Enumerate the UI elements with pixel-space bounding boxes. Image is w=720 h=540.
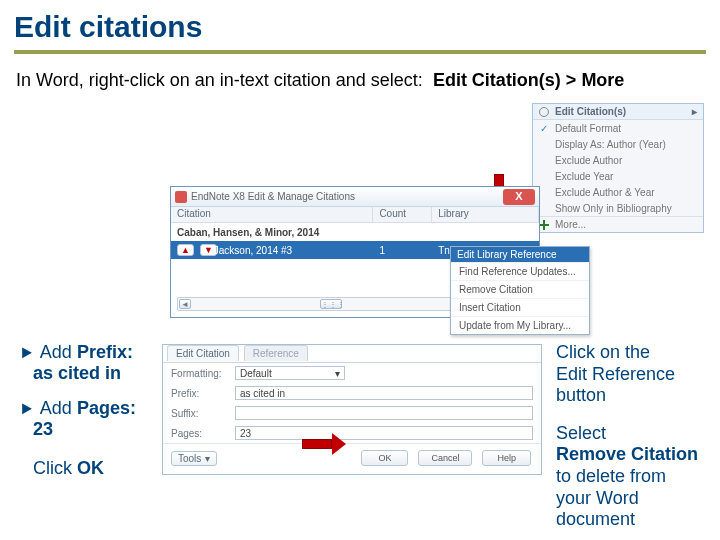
left-annotations: ► Add Prefix: as cited in ► Add Pages: 2… xyxy=(18,342,136,493)
triangle-bullet-icon: ► xyxy=(19,342,35,363)
title-bar: EndNote X8 Edit & Manage Citations X xyxy=(171,187,539,207)
chevron-down-icon: ▾ xyxy=(205,453,210,464)
label-pages: Pages: xyxy=(171,428,229,439)
ann-bold: OK xyxy=(77,458,104,478)
scroll-thumb[interactable]: ⋮⋮⋮ xyxy=(320,299,342,309)
tab-edit-citation[interactable]: Edit Citation xyxy=(167,345,239,361)
menu-item-remove-citation[interactable]: Remove Citation xyxy=(451,280,589,298)
dialog-title: EndNote X8 Edit & Manage Citations xyxy=(191,191,355,202)
citation-row[interactable]: Caban, Hansen, & Minor, 2014 xyxy=(171,223,539,241)
ann-text: Edit Reference button xyxy=(556,364,720,407)
intro-text: In Word, right-click on an in-text citat… xyxy=(0,54,720,101)
plus-icon xyxy=(539,220,549,230)
pages-value: 23 xyxy=(240,428,251,439)
ctx-item-label: Exclude Year xyxy=(555,171,613,182)
formatting-value: Default xyxy=(240,368,272,379)
help-button[interactable]: Help xyxy=(482,450,531,466)
ann-value: 23 xyxy=(33,419,53,439)
col-count: Count xyxy=(373,207,432,222)
app-icon xyxy=(175,191,187,203)
ok-button[interactable]: OK xyxy=(361,450,408,466)
chevron-right-icon: ▸ xyxy=(692,106,697,117)
right-annotations: Click on the Edit Reference button Selec… xyxy=(556,342,720,531)
ann-text: Select xyxy=(556,423,720,445)
triangle-bullet-icon: ► xyxy=(19,398,35,419)
ann-text: Add xyxy=(40,398,77,418)
prefix-input[interactable]: as cited in xyxy=(235,386,533,400)
pages-input[interactable]: 23 xyxy=(235,426,533,440)
ann-value: as cited in xyxy=(33,363,121,383)
ctx-item-biblio-only[interactable]: Show Only in Bibliography xyxy=(533,200,703,216)
menu-item-find-updates[interactable]: Find Reference Updates... xyxy=(451,262,589,280)
ann-bold: Remove Citation xyxy=(556,444,720,466)
cell-citation: Jackson, 2014 #3 xyxy=(208,245,374,256)
ann-bold: Pages: xyxy=(77,398,136,418)
tab-row: Edit Citation Reference xyxy=(163,345,541,363)
label-suffix: Suffix: xyxy=(171,408,229,419)
ctx-item-default-format[interactable]: ✓ Default Format xyxy=(533,120,703,136)
intro-bold: Edit Citation(s) > More xyxy=(433,70,625,90)
ctx-item-display-as[interactable]: Display As: Author (Year) xyxy=(533,136,703,152)
scroll-left-button[interactable]: ◄ xyxy=(179,299,191,309)
cancel-button[interactable]: Cancel xyxy=(418,450,472,466)
chevron-down-icon: ▾ xyxy=(335,368,340,379)
menu-item-insert-citation[interactable]: Insert Citation xyxy=(451,298,589,316)
prefix-value: as cited in xyxy=(240,388,285,399)
ctx-header-label: Edit Citation(s) xyxy=(555,106,626,117)
ctx-item-label: Show Only in Bibliography xyxy=(555,203,672,214)
ctx-item-label: Exclude Author xyxy=(555,155,622,166)
ann-bold: Prefix: xyxy=(77,342,133,362)
ctx-item-more[interactable]: More... xyxy=(533,216,703,232)
check-icon: ✓ xyxy=(539,123,549,134)
ctx-item-label: Display As: Author (Year) xyxy=(555,139,666,150)
tools-label: Tools xyxy=(178,453,201,464)
ann-text: to delete from xyxy=(556,466,720,488)
close-button[interactable]: X xyxy=(503,189,535,205)
formatting-select[interactable]: Default ▾ xyxy=(235,366,345,380)
page-title: Edit citations xyxy=(0,0,720,50)
gear-icon xyxy=(539,107,549,117)
cell-count: 1 xyxy=(373,245,432,256)
intro-plain: In Word, right-click on an in-text citat… xyxy=(16,70,423,90)
ann-text: Add xyxy=(40,342,77,362)
ann-text: Click on the xyxy=(556,342,720,364)
ann-text: your Word document xyxy=(556,488,720,531)
tab-reference[interactable]: Reference xyxy=(244,345,308,361)
col-citation: Citation xyxy=(171,207,373,222)
ctx-item-label: Exclude Author & Year xyxy=(555,187,655,198)
label-prefix: Prefix: xyxy=(171,388,229,399)
ctx-item-label: More... xyxy=(555,219,586,230)
label-formatting: Formatting: xyxy=(171,368,229,379)
cell-citation: Caban, Hansen, & Minor, 2014 xyxy=(171,227,373,238)
tools-button[interactable]: Tools ▾ xyxy=(171,451,217,466)
col-library: Library xyxy=(432,207,539,222)
edit-reference-menu: Edit Library Reference Find Reference Up… xyxy=(450,246,590,335)
arrow-right-icon xyxy=(302,433,350,455)
ctx-item-label: Default Format xyxy=(555,123,621,134)
edit-citation-dialog: Edit Citation Reference Formatting: Defa… xyxy=(162,344,542,475)
edit-citation-context-menu: Edit Citation(s) ▸ ✓ Default Format Disp… xyxy=(532,103,704,233)
menu-item-update-from-library[interactable]: Update from My Library... xyxy=(451,316,589,334)
menu-header: Edit Library Reference xyxy=(451,247,589,262)
row-up-button[interactable]: ▲ xyxy=(177,244,194,256)
column-headers: Citation Count Library xyxy=(171,207,539,223)
ctx-item-exclude-author[interactable]: Exclude Author xyxy=(533,152,703,168)
ann-text: Click xyxy=(33,458,77,478)
ctx-item-exclude-both[interactable]: Exclude Author & Year xyxy=(533,184,703,200)
ctx-item-exclude-year[interactable]: Exclude Year xyxy=(533,168,703,184)
suffix-input[interactable] xyxy=(235,406,533,420)
